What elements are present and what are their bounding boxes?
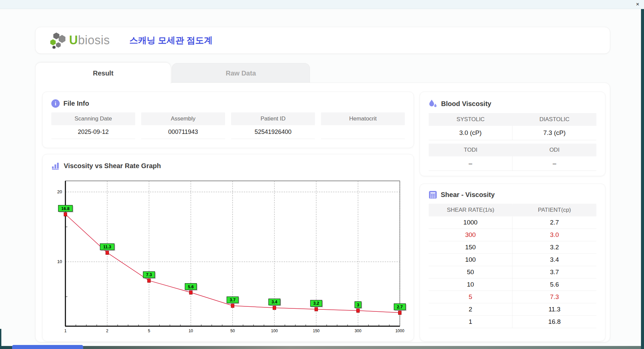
sv-shear-value: 2 [429,303,513,316]
data-point-marker [231,304,234,308]
sv-shear-value: 1000 [429,216,513,229]
close-icon[interactable]: × [636,1,639,8]
sv-shear-value: 10 [429,279,513,291]
taskbar-fragment [12,345,83,349]
blood-viscosity-title-row: Blood Viscosity [429,99,605,108]
sv-patient-value: 3.7 [513,266,596,279]
table-row: 211.3 [429,303,596,316]
sv-shear-value: 5 [429,291,513,303]
window-frame-left [0,329,1,349]
table-row: 503.7 [429,266,596,279]
x-tick-label: 50 [230,329,235,333]
table-row: 3003.0 [429,229,596,241]
data-label: 3 [357,303,359,307]
bv-value: – [429,156,513,171]
window-frame-right [641,9,644,349]
viscometer-app-window: × Ubiosis 스캐닝 모세관 점도계 Result Raw Data i … [0,0,644,349]
sv-patient-value: 3.2 [513,241,596,254]
viscosity-chart: 10201251050100150300100016.811.37.35.63.… [43,154,414,341]
data-label: 7.3 [146,272,152,277]
file-info-fields: Scanning Date2025-09-12Assembly000711943… [51,112,405,139]
x-tick-label: 100 [271,329,278,333]
field-value: 000711943 [141,125,225,139]
sv-header-row: SHEAR RATE(1/s) PATIENT(cp) [429,204,596,216]
bv-table-bottom: TODIODI–– [429,144,596,171]
sv-patient-value: 7.3 [513,291,596,303]
brand-name: Ubiosis [69,33,110,47]
table-row: 105.6 [429,279,596,291]
x-tick-label: 1 [64,329,67,333]
graph-card: Viscosity vs Shear Rate Graph 1020125105… [42,154,414,341]
file-info-title: File Info [63,100,89,107]
bv-value: – [513,156,596,171]
data-point-marker [273,306,276,310]
x-tick-label: 150 [313,329,320,333]
data-point-marker [189,291,192,294]
data-point-marker [64,212,67,216]
window-frame-bottom [0,346,644,349]
data-label: 16.8 [61,206,69,211]
y-tick-label: 20 [57,189,62,194]
shear-viscosity-card: Shear - Viscosity SHEAR RATE(1/s) PATIEN… [420,184,605,341]
bv-header: SYSTOLIC [429,113,513,126]
data-label: 3.2 [313,301,319,306]
shear-viscosity-table: SHEAR RATE(1/s) PATIENT(cp) 10002.73003.… [429,204,596,328]
shear-viscosity-title-row: Shear - Viscosity [429,191,605,199]
data-label: 11.3 [103,245,111,249]
sv-patient-value: 5.6 [513,279,596,291]
data-label: 3.4 [271,300,277,304]
data-point-marker [148,279,151,283]
table-row: 116.8 [429,316,596,328]
bv-header: DIASTOLIC [513,113,596,126]
page-title: 스캐닝 모세관 점도계 [129,35,213,46]
y-tick-label: 10 [57,259,62,264]
table-row: 10002.7 [429,216,596,229]
x-tick-label: 10 [189,329,193,333]
field-value: 2025-09-12 [51,125,135,139]
bv-table-top: SYSTOLICDIASTOLIC3.0 (cP)7.3 (cP) [429,113,596,140]
sv-shear-value: 100 [429,254,513,266]
info-icon: i [51,99,60,108]
field-label: Patient ID [231,112,315,125]
data-point-marker [357,309,360,312]
field-value: 52541926400 [231,125,315,139]
field-value [321,125,405,139]
hexagon-cluster-icon [50,32,67,49]
field-label: Hematocrit [321,112,405,125]
bv-value: 7.3 (cP) [513,126,596,140]
brand-u: U [69,33,78,47]
window-titlebar: × [0,0,644,9]
sv-patient-value: 3.4 [513,254,596,266]
file-info-field: Hematocrit [321,112,405,139]
sv-shear-value: 50 [429,266,513,279]
tab-raw-data[interactable]: Raw Data [172,63,310,83]
data-point-marker [398,311,401,314]
result-panel: i File Info Scanning Date2025-09-12Assem… [35,83,610,342]
sv-patient-value: 16.8 [513,316,596,328]
ubiosis-logo: Ubiosis [50,32,110,49]
file-info-card: i File Info Scanning Date2025-09-12Assem… [42,92,414,148]
data-label: 5.6 [188,285,194,289]
table-row: 57.3 [429,291,596,303]
x-tick-label: 5 [148,329,150,333]
sv-shear-value: 150 [429,241,513,254]
table-row: 1003.4 [429,254,596,266]
sv-rows: 10002.73003.01503.21003.4503.7105.657.32… [429,216,596,328]
header-card: Ubiosis 스캐닝 모세관 점도계 [35,27,610,54]
x-tick-label: 1000 [395,329,405,333]
data-point-marker [315,307,318,311]
blood-viscosity-card: Blood Viscosity SYSTOLICDIASTOLIC3.0 (cP… [420,92,605,176]
data-label: 3.7 [230,298,235,302]
calculator-grid-icon [429,191,437,199]
bv-header: TODI [429,144,513,156]
x-tick-label: 2 [106,329,108,333]
file-info-title-row: i File Info [51,99,414,108]
brand-rest: biosis [78,33,110,47]
field-label: Scanning Date [51,112,135,125]
file-info-field: Patient ID52541926400 [231,112,315,139]
sv-shear-value: 300 [429,229,513,241]
tab-result[interactable]: Result [35,62,171,84]
sv-patient-value: 3.0 [513,229,596,241]
bv-header: ODI [513,144,596,156]
sv-patient-value: 2.7 [513,216,596,229]
